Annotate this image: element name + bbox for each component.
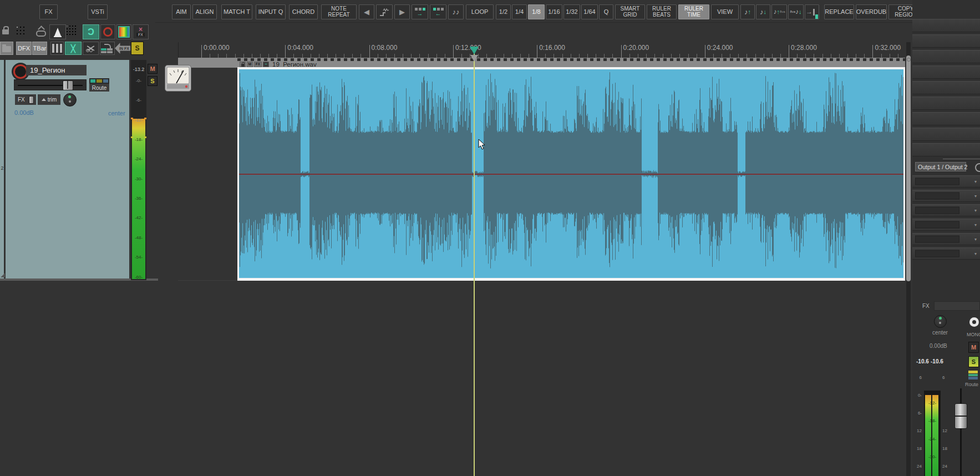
master-meter-label: -24- [924, 437, 941, 442]
mixer-strips-icon[interactable] [50, 42, 64, 55]
output-routing-field[interactable]: Output 1 / Output 2 [915, 162, 966, 171]
toolbar-button-align[interactable]: ALIGN [192, 4, 217, 19]
toolbar-button-loop[interactable]: LOOP [466, 4, 494, 19]
toolbar-button-chord[interactable]: CHORD [289, 4, 318, 19]
tbar-button[interactable]: TBar [32, 42, 47, 55]
master-fx-label[interactable]: FX [922, 303, 930, 309]
item-fx-icon[interactable]: FX [254, 62, 262, 67]
master-fx-slot[interactable] [934, 301, 980, 311]
master-solo-button[interactable]: S [968, 356, 979, 367]
toolbar-button-q[interactable]: Q [599, 4, 613, 19]
metronome-icon[interactable] [49, 24, 66, 39]
waveform-canvas[interactable] [239, 69, 903, 278]
dfx-button[interactable]: DFX [16, 42, 32, 55]
hardware-output-row[interactable] [912, 81, 980, 94]
toolbar-button-input-q[interactable]: INPUT Q [256, 4, 286, 19]
toolbar-button-1-2[interactable]: 1/2 [496, 4, 511, 19]
hardware-output-row[interactable] [912, 34, 980, 48]
toolbar-insert-marker-icon[interactable]: → [805, 4, 819, 19]
send-knob[interactable] [975, 163, 980, 172]
toolbar-button-note-repeat[interactable]: NOTE REPEAT [321, 4, 357, 19]
pan-knob[interactable] [63, 93, 77, 107]
play-cursor-marker-icon [470, 55, 478, 62]
toolbar-nudge-right-icon[interactable]: → [412, 4, 428, 19]
toolbar-button-1-16[interactable]: 1/16 [546, 4, 562, 19]
volume-slider[interactable] [14, 79, 87, 90]
media-item[interactable] [237, 67, 905, 281]
master-mute-button[interactable]: M [968, 342, 979, 353]
toolbar-button-1-64[interactable]: 1/64 [581, 4, 598, 19]
hardware-output-row[interactable] [912, 97, 980, 110]
toolbar-button-1-32[interactable]: 1/32 [563, 4, 580, 19]
toolbar-button-replace[interactable]: REPLACE [824, 4, 854, 19]
item-lock-icon[interactable] [240, 62, 246, 67]
item-mute-icon[interactable]: M [247, 62, 253, 67]
timeline-ruler[interactable]: 0:00.0000:04.0000:08.0000:12.0000:16.000… [178, 42, 906, 58]
toolbar-nudge-left-icon[interactable]: ← [430, 4, 446, 19]
master-route-button[interactable]: Route [965, 382, 978, 387]
hardware-output-row[interactable] [912, 128, 980, 141]
toolbar-next-arrow-icon[interactable]: ▶ [394, 4, 410, 19]
tcp-resize-grip[interactable] [1, 273, 5, 277]
crossfade-icon[interactable]: ╳ [65, 42, 82, 55]
meter-scale-left: 18 [913, 446, 922, 451]
hardware-output-row[interactable] [912, 19, 980, 32]
track-fx-button[interactable]: FX [15, 94, 36, 105]
arrange-scrollbar[interactable] [906, 42, 911, 476]
item-envelope-icon[interactable]: ~ [263, 62, 269, 67]
send-slot-row[interactable]: ▾ [912, 219, 980, 231]
toolbar-button-smart-grid[interactable]: SMART GRID [615, 4, 645, 19]
hardware-output-row[interactable] [912, 50, 980, 63]
solo-button[interactable]: S [148, 76, 158, 86]
route-button[interactable]: Route [89, 84, 109, 92]
solo-tool-button[interactable]: S [131, 42, 144, 55]
link-icon[interactable] [36, 31, 46, 37]
toolbar-button-match-t[interactable]: MATCH T [221, 4, 252, 19]
playhead-line [474, 47, 475, 476]
hardware-output-row[interactable] [912, 65, 980, 79]
magnet-icon[interactable]: Ɔ [83, 24, 99, 39]
toolbar-button-1-4[interactable]: 1/4 [512, 4, 527, 19]
send-slot-row[interactable]: ▾ [912, 204, 980, 216]
item-header[interactable]: M FX ~ 19_Регион.wav [240, 61, 317, 67]
fx-bypass-icon[interactable]: × FX [133, 24, 149, 39]
fx-chain-button[interactable]: FX [39, 4, 58, 19]
send-slot-row[interactable]: ▾ [912, 175, 980, 188]
send-slot-row[interactable]: ▾ [912, 247, 980, 260]
mute-button[interactable]: M [148, 64, 158, 74]
toolbar-button-overdub[interactable]: OVERDUB [856, 4, 887, 19]
theme-colors-icon[interactable] [116, 24, 131, 39]
toolbar-button-ruler-beats[interactable]: RULER BEATS [647, 4, 677, 19]
master-fader-track[interactable] [960, 388, 962, 476]
toolbar-note-up-icon[interactable]: ♪↑ [740, 4, 755, 19]
routing-icon[interactable] [100, 42, 115, 55]
send-slot-row[interactable]: ▾ [912, 233, 980, 245]
master-fader-handle[interactable] [954, 403, 967, 429]
toolbar-note-up-octave-icon[interactable]: ♪↑8va [771, 4, 787, 19]
trim-button[interactable]: trim [38, 94, 60, 105]
toolbar-prev-arrow-icon[interactable]: ◀ [359, 4, 374, 19]
edit-cursor-marker-icon[interactable] [470, 47, 479, 54]
toolbar-record-wave-icon[interactable] [376, 4, 393, 19]
toolbar-note-down-icon[interactable]: ♪↓ [756, 4, 770, 19]
toolbar-button-view[interactable]: VIEW [711, 4, 739, 19]
toolbar-button-aim[interactable]: AIM [172, 4, 191, 19]
folder-icon[interactable] [0, 42, 13, 55]
track-name-field[interactable]: 19_Регион [26, 65, 87, 75]
hardware-output-row[interactable] [912, 143, 980, 156]
master-pan-knob[interactable] [934, 315, 947, 328]
toolbar-button-1-8[interactable]: 1/8 [528, 4, 545, 19]
arrange-scrollbar-thumb[interactable] [906, 55, 911, 281]
input-fx-icon[interactable]: IN FX [115, 43, 130, 54]
lock-icon[interactable] [2, 26, 9, 34]
toolbar-note-down-octave-icon[interactable]: 8va♪↓ [788, 4, 804, 19]
mono-icon[interactable] [969, 317, 979, 327]
vsti-button[interactable]: VSTi [88, 4, 108, 19]
toolbar-button-ruler-time[interactable]: RULER TIME [678, 4, 709, 19]
volume-slider-handle[interactable] [63, 80, 73, 90]
record-item-icon[interactable] [100, 24, 115, 39]
toolbar-swing-notes-icon[interactable]: ♪♪ [448, 4, 464, 19]
send-slot-row[interactable]: ▾ [912, 190, 980, 202]
scissors-icon[interactable] [83, 42, 99, 55]
hardware-output-row[interactable] [912, 112, 980, 125]
